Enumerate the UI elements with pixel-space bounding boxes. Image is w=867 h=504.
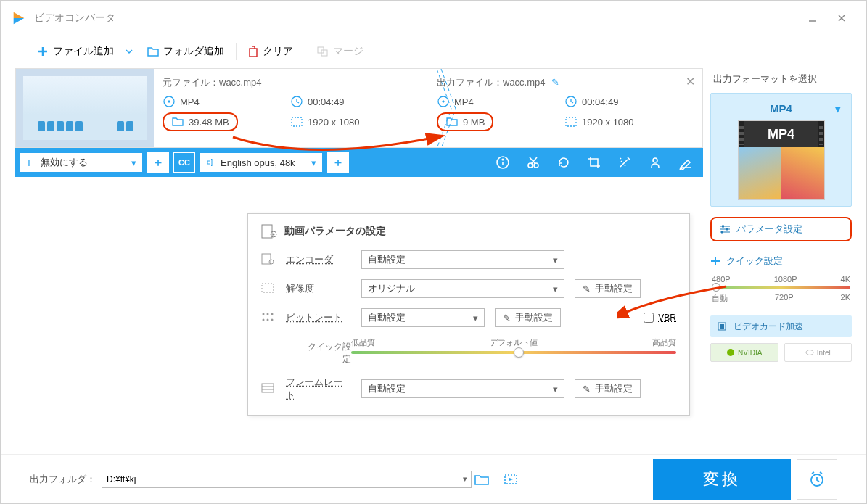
format-icon [163, 95, 176, 108]
speaker-icon [206, 157, 216, 168]
resolution-slider[interactable] [712, 286, 850, 289]
svg-text:T: T [26, 157, 32, 168]
resolution-icon [290, 115, 303, 128]
framerate-label[interactable]: フレームレート [286, 376, 351, 402]
schedule-button[interactable] [797, 459, 837, 500]
subtitle-select[interactable]: T 無効にする▾ [20, 152, 143, 173]
format-name: MP4 [770, 102, 792, 115]
cut-button[interactable] [520, 148, 546, 177]
output-size-highlight: 9 MB [437, 112, 493, 131]
quality-slider[interactable] [351, 351, 676, 354]
panel-title: 動画パラメータの設定 [261, 224, 676, 239]
right-panel: 出力フォーマットを選択 MP4▾ MP4 パラメータ設定 クイック設定 480P… [710, 68, 852, 449]
resolution-manual-button[interactable]: ✎手動設定 [575, 279, 641, 298]
output-resolution: 1920 x 1080 [582, 117, 634, 128]
cc-button[interactable]: CC [173, 152, 195, 173]
sliders-icon [719, 224, 731, 234]
add-folder-button[interactable]: フォルダ追加 [140, 36, 231, 67]
svg-rect-43 [721, 231, 723, 234]
resolution-label: 解像度 [286, 282, 351, 295]
svg-point-27 [269, 260, 274, 264]
folder-icon [147, 46, 159, 57]
audio-track-select[interactable]: English opus, 48k▾ [200, 152, 323, 173]
svg-point-34 [271, 318, 274, 321]
crop-button[interactable] [581, 148, 607, 177]
encoder-dropdown[interactable]: 自動設定▾ [361, 250, 564, 269]
chevron-down-icon [126, 48, 133, 55]
encoder-label[interactable]: エンコーダ [286, 253, 351, 266]
intel-badge: Intel [784, 343, 852, 362]
source-size-highlight: 39.48 MB [163, 112, 238, 131]
clear-label: クリア [263, 45, 293, 58]
text-icon: T [26, 157, 36, 168]
clock-icon [564, 95, 578, 108]
svg-rect-9 [292, 117, 302, 126]
quick-settings-header: クイック設定 [710, 255, 852, 268]
output-info: 出力ファイル：wacc.mp4✎ MP4 00:04:49 9 MB 1920 … [428, 69, 702, 147]
svg-rect-42 [726, 228, 728, 231]
app-logo [11, 10, 27, 26]
svg-rect-35 [262, 384, 274, 392]
clock-icon [290, 95, 303, 108]
output-folder-input[interactable] [102, 471, 472, 488]
convert-button[interactable]: 変換 [653, 459, 791, 500]
merge-label: マージ [333, 45, 363, 58]
svg-point-33 [267, 318, 269, 321]
svg-rect-47 [720, 324, 724, 329]
framerate-manual-button[interactable]: ✎手動設定 [575, 379, 641, 398]
resolution-dropdown[interactable]: オリジナル▾ [361, 279, 564, 298]
close-button[interactable] [827, 7, 856, 29]
plus-icon [710, 256, 720, 266]
bitrate-dropdown[interactable]: 自動設定▾ [361, 308, 485, 327]
bitrate-label[interactable]: ビットレート [286, 311, 351, 324]
add-subtitle-button[interactable]: ＋ [147, 152, 169, 173]
framerate-icon [261, 383, 276, 395]
format-preview: MP4 [738, 120, 825, 200]
add-file-button[interactable]: ファイル追加 [30, 36, 140, 67]
nvidia-badge: NVIDIA [710, 343, 778, 362]
rotate-button[interactable] [551, 148, 577, 177]
clear-button[interactable]: クリア [241, 36, 300, 67]
svg-point-16 [502, 159, 504, 160]
svg-rect-23 [262, 225, 272, 238]
rename-button[interactable]: ✎ [551, 77, 559, 88]
video-params-panel: 動画パラメータの設定 エンコーダ 自動設定▾ 解像度 オリジナル▾ ✎手動設定 … [247, 213, 690, 416]
svg-rect-12 [566, 117, 576, 126]
file-item[interactable]: 元ファイル：wacc.mp4 MP4 00:04:49 39.48 MB 192… [15, 68, 703, 148]
folder-icon [171, 115, 184, 128]
bitrate-manual-button[interactable]: ✎手動設定 [495, 308, 561, 327]
resolution-icon [564, 115, 578, 128]
svg-rect-28 [262, 284, 274, 292]
gpu-accel-button[interactable]: ビデオカード加速 [710, 315, 852, 337]
vbr-checkbox[interactable]: VBR [644, 313, 676, 323]
effects-button[interactable] [612, 148, 638, 177]
open-folder-button[interactable] [467, 471, 496, 487]
trash-icon [248, 46, 258, 57]
svg-point-49 [806, 350, 813, 355]
minimize-button[interactable] [798, 7, 827, 29]
framerate-dropdown[interactable]: 自動設定▾ [361, 379, 564, 398]
remove-item-button[interactable]: ✕ [686, 75, 695, 88]
svg-point-48 [727, 349, 734, 356]
video-thumbnail[interactable] [16, 69, 154, 147]
merge-button[interactable]: マージ [310, 36, 371, 67]
add-audio-button[interactable]: ＋ [327, 152, 349, 173]
info-button[interactable] [490, 148, 516, 177]
app-title: ビデオコンバータ [34, 12, 115, 25]
resolution-icon [261, 283, 276, 295]
main-toolbar: ファイル追加 フォルダ追加 クリア マージ [1, 36, 866, 67]
svg-point-29 [263, 313, 265, 315]
quick-setting-label: クイック設定 [300, 341, 351, 365]
app-window: ビデオコンバータ ファイル追加 フォルダ追加 クリア マージ [0, 0, 867, 504]
source-format: MP4 [180, 96, 200, 107]
source-info: 元ファイル：wacc.mp4 MP4 00:04:49 39.48 MB 192… [154, 69, 428, 147]
format-card[interactable]: MP4▾ MP4 [710, 93, 852, 207]
source-resolution: 1920 x 1080 [308, 117, 360, 128]
source-duration: 00:04:49 [308, 96, 345, 107]
svg-rect-41 [722, 226, 724, 228]
watermark-button[interactable] [642, 148, 668, 177]
parameter-settings-button[interactable]: パラメータ設定 [710, 217, 852, 241]
edit-button[interactable] [673, 148, 699, 177]
add-file-label: ファイル追加 [53, 45, 114, 58]
open-output-button[interactable] [496, 471, 525, 487]
